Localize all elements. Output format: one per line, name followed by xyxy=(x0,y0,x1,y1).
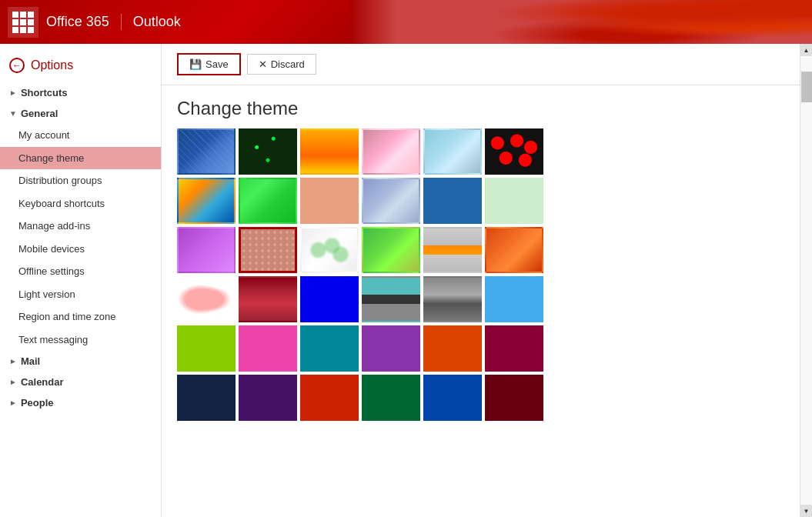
sidebar-section-mail[interactable]: ► Mail xyxy=(0,351,161,372)
sidebar-item-text-messaging[interactable]: Text messaging xyxy=(0,329,161,352)
content-area: 💾 Save ✕ Discard Change theme xyxy=(162,44,800,517)
collapse-icon: ► xyxy=(9,88,17,97)
general-label: General xyxy=(21,108,58,119)
theme-swatch-14[interactable] xyxy=(239,227,297,273)
theme-swatch-32[interactable] xyxy=(239,375,297,421)
theme-swatch-9[interactable] xyxy=(300,178,359,224)
theme-swatch-24[interactable] xyxy=(485,276,543,322)
sidebar-item-keyboard-shortcuts[interactable]: Keyboard shortcuts xyxy=(0,192,161,215)
theme-swatch-33[interactable] xyxy=(300,375,359,421)
theme-swatch-26[interactable] xyxy=(239,325,297,372)
theme-swatch-21[interactable] xyxy=(300,276,359,322)
page-title: Change theme xyxy=(162,85,800,128)
theme-swatch-36[interactable] xyxy=(485,375,543,421)
theme-swatch-6[interactable] xyxy=(485,128,543,175)
save-label: Save xyxy=(206,58,229,70)
office365-label[interactable]: Office 365 xyxy=(46,14,122,30)
toolbar: 💾 Save ✕ Discard xyxy=(162,44,800,85)
topbar-decoration xyxy=(350,0,812,44)
theme-swatch-1[interactable] xyxy=(177,128,236,175)
theme-swatch-7[interactable] xyxy=(177,178,236,224)
sidebar-item-manage-add-ins[interactable]: Manage add-ins xyxy=(0,215,161,238)
scroll-track[interactable] xyxy=(800,56,812,505)
topbar: Office 365 Outlook xyxy=(0,0,812,44)
scrollbar[interactable]: ▲ ▼ xyxy=(800,44,812,517)
scroll-thumb[interactable] xyxy=(801,72,812,102)
sidebar-section-shortcuts[interactable]: ► Shortcuts xyxy=(0,82,161,103)
theme-swatch-12[interactable] xyxy=(485,178,543,224)
theme-swatch-15[interactable] xyxy=(300,227,359,273)
theme-swatch-19[interactable] xyxy=(177,276,236,322)
outlook-label[interactable]: Outlook xyxy=(133,14,181,30)
scroll-up-button[interactable]: ▲ xyxy=(800,44,813,56)
scroll-down-button[interactable]: ▼ xyxy=(800,505,813,517)
theme-swatch-29[interactable] xyxy=(423,325,482,372)
sidebar-item-light-version[interactable]: Light version xyxy=(0,283,161,306)
theme-swatch-5[interactable] xyxy=(423,128,482,175)
shortcuts-label: Shortcuts xyxy=(21,87,68,98)
expand-icon: ▼ xyxy=(9,109,17,118)
sidebar-section-people[interactable]: ► People xyxy=(0,392,161,413)
mail-expand-icon: ► xyxy=(9,357,17,365)
theme-swatch-16[interactable] xyxy=(362,227,420,273)
sidebar-item-mobile-devices[interactable]: Mobile devices xyxy=(0,238,161,261)
back-icon[interactable]: ← xyxy=(9,58,25,73)
people-label: People xyxy=(21,397,54,409)
theme-swatch-35[interactable] xyxy=(423,375,482,421)
options-label: Options xyxy=(31,58,73,72)
main-area: ← Options ► Shortcuts ▼ General My accou… xyxy=(0,44,812,517)
theme-swatch-23[interactable] xyxy=(423,276,482,322)
calendar-label: Calendar xyxy=(21,376,64,388)
theme-swatch-34[interactable] xyxy=(362,375,420,421)
theme-swatch-2[interactable] xyxy=(239,128,297,175)
sidebar-section-calendar[interactable]: ► Calendar xyxy=(0,372,161,392)
save-button[interactable]: 💾 Save xyxy=(177,53,241,75)
theme-swatch-22[interactable] xyxy=(362,276,420,322)
mail-label: Mail xyxy=(21,355,40,367)
people-expand-icon: ► xyxy=(9,399,17,407)
sidebar-section-general[interactable]: ▼ General xyxy=(0,103,161,124)
sidebar-item-region-time-zone[interactable]: Region and time zone xyxy=(0,305,161,329)
sidebar-item-offline-settings[interactable]: Offline settings xyxy=(0,260,161,283)
discard-button[interactable]: ✕ Discard xyxy=(247,54,316,75)
sidebar-item-change-theme[interactable]: Change theme xyxy=(0,147,161,170)
theme-swatch-4[interactable] xyxy=(362,128,420,175)
theme-swatch-20[interactable] xyxy=(239,276,297,322)
theme-swatch-11[interactable] xyxy=(423,178,482,224)
theme-swatch-28[interactable] xyxy=(362,325,420,372)
sidebar-item-my-account[interactable]: My account xyxy=(0,124,161,147)
theme-swatch-10[interactable] xyxy=(362,178,420,224)
discard-icon: ✕ xyxy=(259,58,267,70)
theme-swatch-8[interactable] xyxy=(239,178,297,224)
theme-swatch-3[interactable] xyxy=(300,128,359,175)
theme-swatch-31[interactable] xyxy=(177,375,236,421)
save-icon: 💾 xyxy=(189,58,202,70)
theme-swatch-27[interactable] xyxy=(300,325,359,372)
options-header[interactable]: ← Options xyxy=(0,52,161,82)
theme-swatch-17[interactable] xyxy=(423,227,482,273)
sidebar: ← Options ► Shortcuts ▼ General My accou… xyxy=(0,44,162,517)
theme-swatch-18[interactable] xyxy=(485,227,543,273)
sidebar-item-distribution-groups[interactable]: Distribution groups xyxy=(0,169,161,192)
calendar-expand-icon: ► xyxy=(9,378,17,386)
theme-swatch-13[interactable] xyxy=(177,227,236,273)
waffle-icon[interactable] xyxy=(8,7,38,38)
waffle-grid xyxy=(12,12,34,33)
theme-grid xyxy=(162,128,800,436)
save-arrow-annotation xyxy=(200,44,262,48)
theme-swatch-25[interactable] xyxy=(177,325,236,372)
discard-label: Discard xyxy=(271,58,305,70)
theme-swatch-30[interactable] xyxy=(485,325,543,372)
